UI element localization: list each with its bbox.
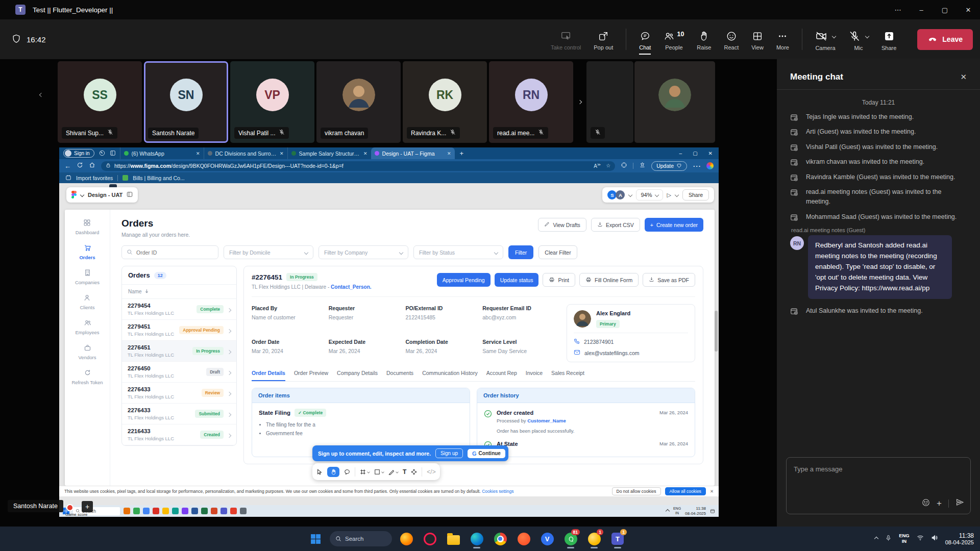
detail-tab[interactable]: Order Preview <box>294 370 328 381</box>
home-icon[interactable] <box>89 162 95 170</box>
participant-tile-muted[interactable] <box>586 61 633 143</box>
shared-taskbar-app-icon[interactable] <box>124 508 130 514</box>
order-id-input[interactable] <box>136 249 198 256</box>
copilot-icon[interactable] <box>706 162 714 169</box>
order-id-search[interactable] <box>121 245 218 259</box>
taskbar-clock[interactable]: 11:38 08-04-2025 <box>945 532 974 545</box>
chevron-right-icon[interactable] <box>228 388 231 397</box>
brave-icon[interactable] <box>514 529 533 549</box>
browser-tab[interactable]: Design - UAT – Figma ✕ <box>371 147 455 159</box>
collaborators-chevron-icon[interactable] <box>628 193 632 197</box>
canvas-scrollbar[interactable] <box>715 311 718 352</box>
sidebar-item-refresh-token[interactable]: Refresh Token <box>71 369 103 385</box>
shared-taskbar-app-icon[interactable] <box>211 508 217 514</box>
figma-sign-up-button[interactable]: Sign up <box>435 448 463 458</box>
chrome-icon[interactable] <box>491 529 509 549</box>
chat-message-input[interactable] <box>794 465 963 473</box>
filter-status-select[interactable]: Filter by Status <box>413 245 503 259</box>
browser-minimize-button[interactable]: – <box>679 151 682 156</box>
teams-taskbar-icon[interactable]: T 1 <box>608 529 627 549</box>
sidebar-item-companies[interactable]: Companies <box>75 269 100 285</box>
approval-pending-button[interactable]: Approval Pending <box>437 273 491 287</box>
tab-close-icon[interactable]: ✕ <box>196 151 200 156</box>
people-button[interactable]: 10 People <box>664 29 684 51</box>
shared-taskbar-app-icon[interactable] <box>182 508 188 514</box>
chevron-right-icon[interactable] <box>228 430 231 439</box>
tab-close-icon[interactable]: ✕ <box>363 151 368 156</box>
export-csv-button[interactable]: Export CSV <box>591 218 640 232</box>
sidebar-item-orders[interactable]: Orders <box>79 244 95 260</box>
detail-tab[interactable]: Account Rep <box>486 370 517 381</box>
filter-company-select[interactable]: Filter by Company <box>318 245 408 259</box>
participant-tile-photo[interactable] <box>634 61 715 143</box>
order-row[interactable]: 2276451 TL Flex Holdings LLC In Progress <box>122 341 236 362</box>
window-maximize-button[interactable]: ▢ <box>933 0 957 19</box>
tab-close-icon[interactable]: ✕ <box>280 151 284 156</box>
favorite-star-icon[interactable]: ☆ <box>606 163 610 168</box>
google-continue-button[interactable]: GContinue <box>468 449 505 458</box>
firefox-icon[interactable] <box>397 529 415 549</box>
browser-tab[interactable]: (6) WhatsApp ✕ <box>120 147 204 159</box>
edge-icon[interactable] <box>468 529 486 549</box>
wifi-icon[interactable] <box>917 534 924 543</box>
view-drafts-button[interactable]: View Drafts <box>538 218 586 232</box>
overlay-add-button[interactable]: + <box>82 501 93 512</box>
shared-tray-chevron-icon[interactable] <box>666 509 670 513</box>
participant-tile[interactable]: RN read.ai mee... <box>489 61 573 143</box>
workspaces-icon[interactable] <box>99 149 105 158</box>
sort-down-icon[interactable] <box>144 289 149 294</box>
sidebar-item-clients[interactable]: Clients <box>80 294 94 310</box>
shared-taskbar-app-icon[interactable] <box>191 508 198 514</box>
order-row[interactable]: 2276450 TL Flex Holdings LLC Draft <box>122 362 236 383</box>
save-as-pdf-button[interactable]: Save as PDF <box>643 273 695 287</box>
sidebar-item-employees[interactable]: Employees <box>76 319 100 335</box>
chevron-right-icon[interactable] <box>228 367 231 377</box>
frame-tool-icon[interactable] <box>360 469 370 475</box>
dev-mode-icon[interactable]: </> <box>427 468 435 475</box>
shared-taskbar-app-icon[interactable] <box>153 508 159 514</box>
vertical-tabs-icon[interactable] <box>110 149 116 158</box>
camera-options-chevron-icon[interactable] <box>832 34 836 38</box>
browser-sign-in-button[interactable]: Sign in <box>63 149 94 158</box>
attach-plus-icon[interactable]: + <box>937 498 942 509</box>
sidebar-item-dashboard[interactable]: Dashboard <box>76 219 99 235</box>
volume-icon[interactable] <box>931 534 938 543</box>
view-button[interactable]: View <box>751 29 764 51</box>
cookie-close-icon[interactable]: ✕ <box>710 489 714 494</box>
back-icon[interactable]: ← <box>64 162 71 170</box>
participant-tile[interactable]: VP Vishal Patil ... <box>230 61 314 143</box>
mic-button[interactable]: Mic <box>848 28 869 51</box>
share-button[interactable]: Share <box>881 28 896 51</box>
shared-taskbar-app-icon[interactable] <box>143 508 150 514</box>
detail-tab[interactable]: Sales Receipt <box>551 370 584 381</box>
detail-tab[interactable]: Invoice <box>526 370 543 381</box>
filter-domicile-select[interactable]: Filter by Domicile <box>224 245 313 259</box>
emoji-icon[interactable] <box>922 498 930 509</box>
pen-tool-icon[interactable] <box>388 469 398 475</box>
window-close-button[interactable]: ✕ <box>957 0 980 19</box>
contact-person-link[interactable]: Contact_Person. <box>331 284 371 290</box>
text-tool-icon[interactable]: T <box>403 468 406 475</box>
start-button[interactable] <box>306 529 325 549</box>
detail-tab[interactable]: Documents <box>386 370 413 381</box>
chat-input-box[interactable]: + <box>786 457 971 514</box>
participant-tile[interactable]: vikram chavan <box>316 61 401 143</box>
shared-taskbar-app-icon[interactable] <box>240 508 247 514</box>
chevron-right-icon[interactable] <box>228 346 231 356</box>
collaborator-avatar[interactable]: A <box>616 190 625 199</box>
chrome-canary-icon[interactable]: 1 <box>585 529 603 549</box>
clear-filter-button[interactable]: Clear Filter <box>538 245 577 259</box>
browser-menu-icon[interactable]: ⋯ <box>693 161 701 171</box>
browser-tab[interactable]: DC Divisions and Surroundings ✕ <box>204 147 287 159</box>
tray-chevron-icon[interactable] <box>874 537 878 541</box>
shape-tool-icon[interactable] <box>374 469 384 475</box>
chevron-right-icon[interactable] <box>228 409 231 418</box>
filter-button[interactable]: Filter <box>508 245 533 259</box>
new-tab-button[interactable]: + <box>460 149 464 157</box>
taskbar-search[interactable] <box>330 531 392 546</box>
detail-tab[interactable]: Company Details <box>337 370 378 381</box>
shared-clock[interactable]: 11:3808-04-2025 <box>685 506 706 516</box>
extensions-icon[interactable] <box>621 161 627 170</box>
file-explorer-icon[interactable] <box>444 529 462 549</box>
browser-tab[interactable]: Sample Salary Structure with calc ✕ <box>287 147 371 159</box>
